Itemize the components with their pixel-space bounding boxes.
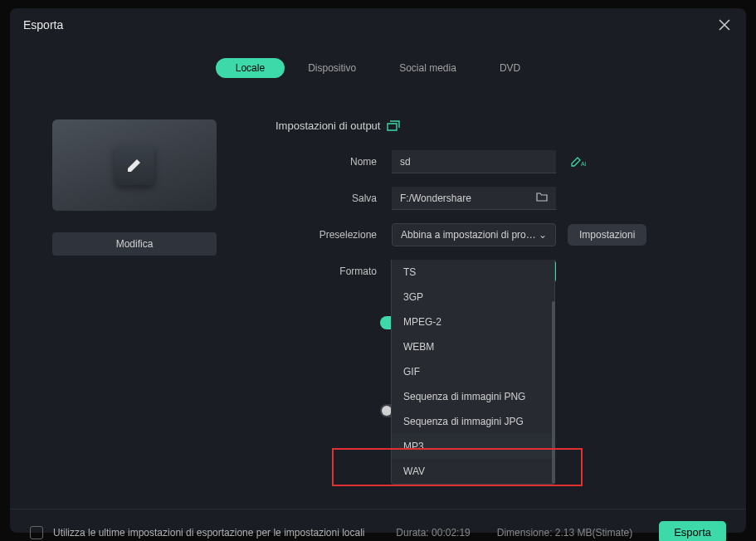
close-button[interactable] xyxy=(716,17,733,33)
options-scrollbar[interactable] xyxy=(552,301,555,484)
browse-folder-button[interactable] xyxy=(536,192,548,204)
ai-pencil-icon: AI xyxy=(571,156,586,168)
preview-pencil-badge xyxy=(115,145,154,185)
modal-content: Modifica Impostazioni di output Nome AI xyxy=(10,78,746,509)
name-input[interactable] xyxy=(400,156,548,168)
edit-preview-button[interactable]: Modifica xyxy=(52,232,217,256)
name-label: Nome xyxy=(276,156,392,168)
duration-value: 00:02:19 xyxy=(432,527,471,539)
preset-label: Preselezione xyxy=(276,229,392,241)
video-preview xyxy=(52,119,217,211)
size-value: 2.13 MB(Stimate) xyxy=(555,527,632,539)
svg-text:AI: AI xyxy=(581,161,586,167)
preset-settings-button[interactable]: Impostazioni xyxy=(568,224,646,246)
format-option-wav[interactable]: WAV xyxy=(392,459,554,484)
format-option-3gp[interactable]: 3GP xyxy=(392,285,554,309)
folder-icon xyxy=(536,192,548,202)
modal-title: Esporta xyxy=(23,18,63,32)
preset-value: Abbina a impostazioni di progetto xyxy=(401,229,539,241)
output-icon xyxy=(387,120,400,132)
export-button[interactable]: Esporta xyxy=(659,521,726,541)
name-field[interactable] xyxy=(392,150,556,173)
duration-meta: Durata: 00:02:19 xyxy=(396,527,470,539)
use-last-settings-label: Utilizza le ultime impostazioni di espor… xyxy=(53,527,365,539)
export-modal: Esporta Locale Dispositivo Social media … xyxy=(10,8,746,533)
format-option-png-seq[interactable]: Sequenza di immagini PNG xyxy=(392,384,554,409)
size-meta: Dimensione: 2.13 MB(Stimate) xyxy=(497,527,632,539)
preset-row: Preselezione Abbina a impostazioni di pr… xyxy=(276,223,713,246)
ai-name-button[interactable]: AI xyxy=(571,156,586,168)
format-option-webm[interactable]: WEBM xyxy=(392,334,554,359)
format-option-mp3[interactable]: MP3 xyxy=(392,434,554,459)
modal-header: Esporta xyxy=(10,8,746,41)
tab-dvd[interactable]: DVD xyxy=(480,58,540,78)
close-icon xyxy=(719,19,730,31)
output-settings-title: Impostazioni di output xyxy=(276,119,713,132)
save-label: Salva xyxy=(276,193,392,204)
tab-social-media[interactable]: Social media xyxy=(379,58,476,78)
format-label: Formato xyxy=(276,266,392,277)
tab-locale[interactable]: Locale xyxy=(216,58,285,78)
preview-column: Modifica xyxy=(43,119,226,492)
output-settings-label: Impostazioni di output xyxy=(276,119,380,132)
size-label: Dimensione: xyxy=(497,527,553,539)
format-option-gif[interactable]: GIF xyxy=(392,359,554,384)
format-option-jpg-seq[interactable]: Sequenza di immagini JPG xyxy=(392,409,554,434)
tab-dispositivo[interactable]: Dispositivo xyxy=(288,58,376,78)
save-field[interactable]: F:/Wondershare xyxy=(392,187,556,210)
save-path-value: F:/Wondershare xyxy=(400,193,471,204)
pencil-icon xyxy=(125,156,144,174)
format-option-ts[interactable]: TS xyxy=(392,260,554,285)
format-options-list: TS 3GP MPEG-2 WEBM GIF Sequenza di immag… xyxy=(391,260,555,485)
duration-label: Durata: xyxy=(396,527,428,539)
save-row: Salva F:/Wondershare xyxy=(276,187,713,210)
export-tabs: Locale Dispositivo Social media DVD xyxy=(10,58,746,78)
preset-dropdown[interactable]: Abbina a impostazioni di progetto ⌄ xyxy=(392,223,556,246)
use-last-settings-checkbox[interactable] xyxy=(30,526,43,539)
modal-footer: Utilizza le ultime impostazioni di espor… xyxy=(10,509,746,541)
name-row: Nome AI xyxy=(276,150,713,173)
format-option-mpeg2[interactable]: MPEG-2 xyxy=(392,309,554,334)
chevron-down-icon: ⌄ xyxy=(539,229,547,241)
